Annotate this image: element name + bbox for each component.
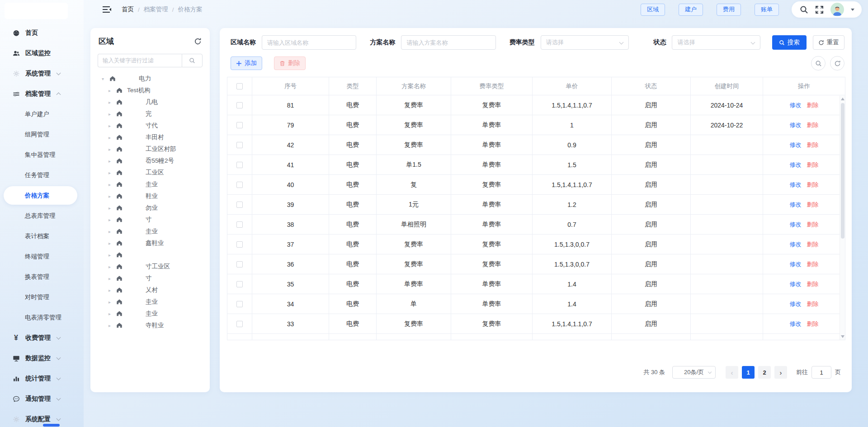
tree-caret-icon[interactable]: ▸ [108, 100, 114, 105]
delete-link[interactable]: 删除 [807, 300, 819, 308]
tree-caret-icon[interactable]: ▸ [108, 88, 114, 93]
sidebar-item-notify-mgmt[interactable]: 通知管理 [0, 389, 84, 409]
tree-node[interactable]: ▸ 勿业 [90, 202, 210, 214]
sidebar-subitem[interactable]: 表计档案 [0, 226, 84, 246]
scroll-down-icon[interactable] [841, 335, 844, 338]
delete-link[interactable]: 删除 [807, 221, 819, 229]
row-checkbox[interactable] [227, 195, 252, 215]
page-size-select[interactable]: 20条/页 [672, 366, 716, 379]
edit-link[interactable]: 修改 [790, 320, 802, 328]
edit-link[interactable]: 修改 [790, 240, 802, 249]
tree-caret-icon[interactable]: ▸ [108, 323, 114, 328]
row-checkbox[interactable] [227, 135, 252, 155]
edit-link[interactable]: 修改 [790, 161, 802, 169]
breadcrumb-archive[interactable]: 档案管理 [144, 5, 168, 14]
sidebar-subitem[interactable]: 集中器管理 [0, 145, 84, 165]
tree-caret-icon[interactable]: ▸ [108, 170, 114, 175]
tree-node[interactable]: ▸ 圭业 [90, 225, 210, 237]
tree-filter-input[interactable] [98, 54, 182, 67]
edit-link[interactable]: 修改 [790, 260, 802, 268]
tree-node[interactable]: ▸ 圭业 [90, 308, 210, 319]
row-checkbox[interactable] [227, 274, 252, 294]
tree-caret-icon[interactable]: ▸ [108, 229, 114, 234]
delete-link[interactable]: 删除 [807, 141, 819, 149]
tree-caret-icon[interactable]: ▸ [108, 217, 114, 222]
delete-button[interactable]: 删除 [274, 56, 306, 70]
row-checkbox[interactable] [227, 314, 252, 334]
sidebar-item-system-config[interactable]: 系统配置 [0, 409, 84, 427]
sidebar-scrollbar[interactable] [43, 424, 60, 427]
tree-node[interactable]: ▸ 鑫鞋业 [90, 237, 210, 249]
avatar[interactable] [830, 3, 844, 16]
tree-filter-search-button[interactable] [182, 54, 203, 67]
table-refresh-icon-button[interactable] [830, 56, 844, 70]
tree-node[interactable]: ▸ 寸代 [90, 120, 210, 131]
sidebar-item-stats-mgmt[interactable]: 统计管理 [0, 368, 84, 389]
tree-caret-icon[interactable]: ▸ [108, 241, 114, 246]
tree-caret-icon[interactable]: ▸ [108, 147, 114, 152]
page-button-2[interactable]: 2 [758, 366, 771, 379]
tree-caret-icon[interactable]: ▸ [108, 288, 114, 293]
tree-caret-icon[interactable]: ▸ [108, 123, 114, 128]
sidebar-subitem[interactable]: 电表清零管理 [0, 307, 84, 328]
delete-link[interactable]: 删除 [807, 181, 819, 189]
tree-caret-icon[interactable]: ▸ [108, 135, 114, 140]
sidebar-subitem[interactable]: 任务管理 [0, 165, 84, 185]
reset-button[interactable]: 重置 [813, 35, 844, 50]
row-checkbox[interactable] [227, 95, 252, 115]
row-checkbox[interactable] [227, 254, 252, 274]
tree-caret-icon[interactable]: ▸ [108, 182, 114, 187]
edit-link[interactable]: 修改 [790, 300, 802, 308]
scrollbar-thumb[interactable] [841, 103, 844, 239]
plan-name-input[interactable] [401, 35, 495, 50]
tree-node[interactable]: ▸ [90, 249, 210, 261]
delete-link[interactable]: 删除 [807, 161, 819, 169]
row-checkbox[interactable] [227, 155, 252, 175]
tree-node[interactable]: ▸ 工业区 [90, 167, 210, 178]
quick-button-bill[interactable]: 账单 [755, 4, 779, 16]
tree-caret-icon[interactable]: ▸ [108, 159, 114, 164]
tree-caret-icon[interactable]: ▸ [108, 112, 114, 117]
sidebar-subitem[interactable]: 单户建户 [0, 104, 84, 124]
tree-node[interactable]: ▸ 几电 [90, 96, 210, 108]
delete-link[interactable]: 删除 [807, 201, 819, 209]
tree-caret-icon[interactable]: ▸ [108, 264, 114, 269]
select-all-checkbox[interactable] [227, 77, 252, 95]
sidebar-item-billing-mgmt[interactable]: ¥ 收费管理 [0, 328, 84, 348]
tree-caret-icon[interactable]: ▸ [108, 276, 114, 281]
sidebar-item-system-mgmt[interactable]: 系统管理 [0, 63, 84, 84]
next-page-button[interactable]: › [774, 366, 787, 379]
quick-button-region[interactable]: 区域 [641, 4, 665, 16]
tree-node[interactable]: ▸ 岙55幢2号 [90, 155, 210, 167]
sidebar-item-region-monitor[interactable]: 区域监控 [0, 43, 84, 63]
user-menu-caret-icon[interactable] [851, 9, 854, 11]
row-checkbox[interactable] [227, 235, 252, 254]
tree-caret-icon[interactable]: ▸ [108, 194, 114, 199]
delete-link[interactable]: 删除 [807, 280, 819, 288]
delete-link[interactable]: 删除 [807, 101, 819, 109]
delete-link[interactable]: 删除 [807, 260, 819, 268]
delete-link[interactable]: 删除 [807, 240, 819, 249]
edit-link[interactable]: 修改 [790, 221, 802, 229]
tree-node[interactable]: ▾ 电力 [90, 73, 210, 84]
row-checkbox[interactable] [227, 215, 252, 235]
delete-link[interactable]: 删除 [807, 320, 819, 328]
table-scrollbar[interactable] [840, 96, 845, 340]
delete-link[interactable]: 删除 [807, 121, 819, 129]
scroll-up-icon[interactable] [841, 98, 844, 100]
tree-node[interactable]: ▸ 丰田村 [90, 131, 210, 143]
tree-caret-icon[interactable]: ▸ [108, 253, 114, 258]
sidebar-subitem[interactable]: 总表库管理 [0, 206, 84, 226]
row-checkbox[interactable] [227, 294, 252, 314]
tree-node[interactable]: ▸ 乂村 [90, 284, 210, 296]
search-icon[interactable] [800, 5, 808, 14]
tree-node[interactable]: ▸ 完 [90, 108, 210, 120]
region-name-input[interactable] [262, 35, 356, 50]
tree-node[interactable]: ▸ Test机构 [90, 84, 210, 96]
goto-page-input[interactable] [811, 366, 831, 379]
tree-node[interactable]: ▸ 寸工业区 [90, 261, 210, 272]
sidebar-item-home[interactable]: 首页 [0, 23, 84, 43]
edit-link[interactable]: 修改 [790, 141, 802, 149]
sidebar-subitem[interactable]: 换表管理 [0, 267, 84, 287]
tree-caret-icon[interactable]: ▾ [102, 76, 108, 81]
